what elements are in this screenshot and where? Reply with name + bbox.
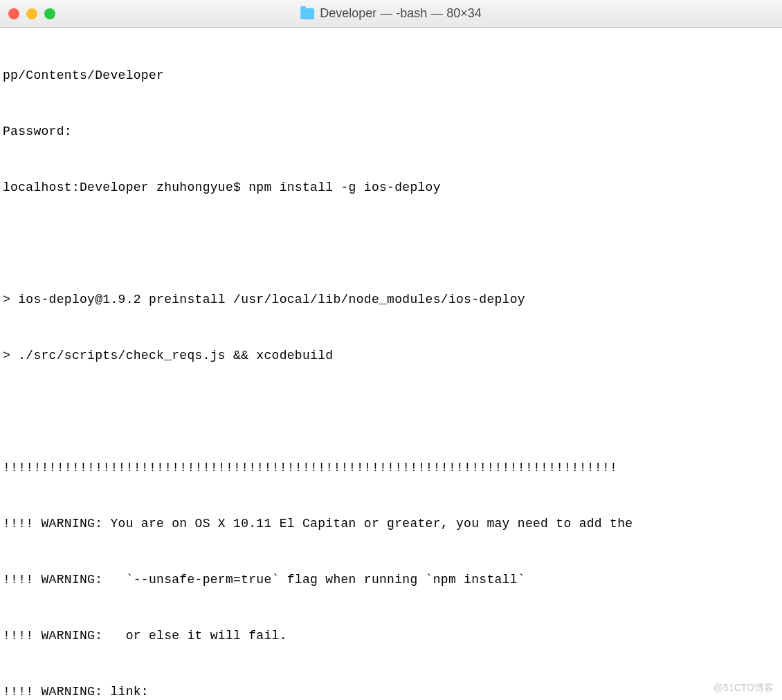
terminal-line: !!!!!!!!!!!!!!!!!!!!!!!!!!!!!!!!!!!!!!!!… — [3, 459, 779, 477]
terminal-output[interactable]: pp/Contents/Developer Password: localhos… — [0, 28, 782, 700]
window-titlebar: Developer — -bash — 80×34 — [0, 0, 782, 28]
minimize-button[interactable] — [26, 8, 37, 19]
terminal-line: !!!! WARNING: link: — [3, 683, 779, 700]
terminal-line: pp/Contents/Developer — [3, 66, 779, 85]
terminal-line: !!!! WARNING: `--unsafe-perm=true` flag … — [3, 571, 779, 589]
terminal-line: !!!! WARNING: You are on OS X 10.11 El C… — [3, 515, 779, 533]
terminal-line: > ./src/scripts/check_reqs.js && xcodebu… — [3, 347, 779, 365]
window-title-text: Developer — -bash — 80×34 — [320, 6, 482, 21]
terminal-line — [3, 234, 779, 253]
window-title: Developer — -bash — 80×34 — [300, 6, 482, 21]
close-button[interactable] — [8, 8, 19, 19]
folder-icon — [300, 8, 314, 19]
terminal-line — [3, 403, 779, 421]
terminal-line: Password: — [3, 122, 779, 141]
maximize-button[interactable] — [44, 8, 55, 19]
terminal-line: > ios-deploy@1.9.2 preinstall /usr/local… — [3, 291, 779, 309]
traffic-lights — [8, 8, 55, 19]
terminal-line: !!!! WARNING: or else it will fail. — [3, 627, 779, 645]
watermark: @51CTO博客 — [713, 682, 774, 694]
terminal-line: localhost:Developer zhuhongyue$ npm inst… — [3, 178, 779, 197]
